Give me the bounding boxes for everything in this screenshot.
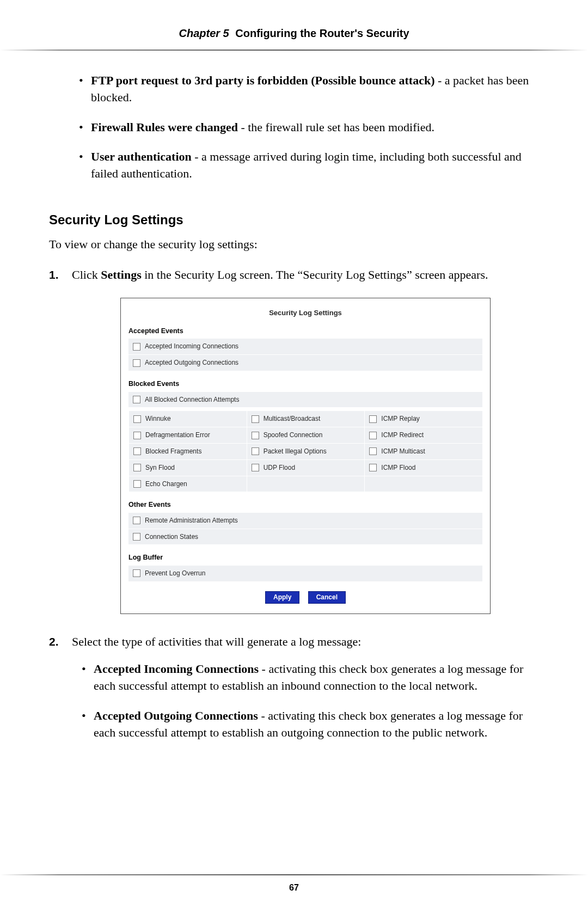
- step-2: Select the type of activities that will …: [49, 634, 539, 741]
- option-label: Blocked Fragments: [145, 447, 201, 456]
- checkbox-icon[interactable]: [133, 432, 141, 439]
- option-label: Remote Administration Attempts: [145, 516, 238, 525]
- footer-divider: [0, 874, 588, 875]
- security-log-settings-screenshot: Security Log Settings Accepted Events Ac…: [120, 298, 491, 614]
- checkbox-icon[interactable]: [369, 464, 377, 471]
- event-description-list: FTP port request to 3rd party is forbidd…: [79, 72, 539, 182]
- option-label: Accepted Incoming Connections: [145, 342, 238, 351]
- option-label: ICMP Replay: [381, 414, 419, 424]
- list-item: User authentication - a message arrived …: [79, 149, 539, 182]
- section-intro: To view or change the security log setti…: [49, 237, 539, 251]
- section-heading: Security Log Settings: [49, 212, 539, 228]
- blocked-grid: Winnuke Multicast/Broadcast ICMP Replay …: [128, 410, 482, 492]
- option-label: Accepted Outgoing Connections: [145, 358, 238, 367]
- option-row: Connection States: [128, 529, 482, 545]
- list-item: Firewall Rules were changed - the firewa…: [79, 119, 539, 136]
- option-row: ICMP Flood: [364, 459, 482, 476]
- page-number: 67: [0, 883, 588, 893]
- option-label: Winnuke: [145, 414, 171, 424]
- checkbox-icon[interactable]: [133, 569, 140, 577]
- option-row: Winnuke: [128, 410, 247, 427]
- list-item: FTP port request to 3rd party is forbidd…: [79, 72, 539, 106]
- option-label: ICMP Flood: [381, 463, 415, 473]
- item-bold: Accepted Incoming Connections: [94, 662, 259, 676]
- item-rest: - the firewall rule set has been modifie…: [238, 120, 434, 134]
- option-row: ICMP Redirect: [364, 427, 482, 443]
- other-events-heading: Other Events: [128, 500, 482, 510]
- option-row: ICMP Multicast: [364, 443, 482, 459]
- option-label: All Blocked Connection Attempts: [145, 395, 239, 404]
- option-row: Remote Administration Attempts: [128, 512, 482, 529]
- item-bold: Firewall Rules were changed: [91, 120, 238, 134]
- option-label: Packet Illegal Options: [264, 447, 327, 456]
- option-label: Multicast/Broadcast: [264, 414, 321, 424]
- chapter-number: Chapter 5: [179, 27, 229, 39]
- checkbox-icon[interactable]: [369, 432, 377, 439]
- chapter-header: Chapter 5 Configuring the Router's Secur…: [49, 27, 539, 40]
- item-bold: FTP port request to 3rd party is forbidd…: [91, 73, 434, 87]
- checkbox-icon[interactable]: [252, 415, 259, 423]
- option-row: UDP Flood: [247, 459, 365, 476]
- list-item: Accepted Outgoing Connections - activati…: [82, 708, 539, 741]
- apply-button[interactable]: Apply: [265, 591, 299, 604]
- option-row: Echo Chargen: [128, 476, 247, 492]
- option-row: Accepted Outgoing Connections: [128, 354, 482, 371]
- option-label: Connection States: [145, 532, 198, 542]
- option-label: Spoofed Connection: [264, 431, 323, 440]
- option-row: Prevent Log Overrun: [128, 565, 482, 581]
- blocked-events-heading: Blocked Events: [128, 379, 482, 389]
- checkbox-icon[interactable]: [133, 447, 141, 455]
- option-row: Packet Illegal Options: [247, 443, 365, 459]
- step2-text: Select the type of activities that will …: [72, 635, 361, 648]
- option-label: ICMP Redirect: [381, 431, 424, 440]
- cancel-button[interactable]: Cancel: [308, 591, 346, 604]
- option-row-empty: [247, 476, 365, 492]
- checkbox-icon[interactable]: [252, 464, 259, 471]
- item-bold: Accepted Outgoing Connections: [94, 709, 258, 722]
- checkbox-icon[interactable]: [133, 415, 141, 423]
- checkbox-icon[interactable]: [369, 447, 377, 455]
- checkbox-icon[interactable]: [252, 432, 259, 439]
- list-item: Accepted Incoming Connections - activati…: [82, 661, 539, 695]
- checkbox-icon[interactable]: [133, 464, 141, 471]
- checkbox-icon[interactable]: [133, 517, 140, 524]
- option-label: UDP Flood: [264, 463, 295, 473]
- checkbox-icon[interactable]: [133, 480, 141, 488]
- option-label: Defragmentation Error: [145, 431, 210, 440]
- checkbox-icon[interactable]: [133, 533, 140, 541]
- option-row: Blocked Fragments: [128, 443, 247, 459]
- step1-post: in the Security Log screen. The “Securit…: [142, 268, 488, 281]
- checkbox-icon[interactable]: [133, 396, 140, 403]
- steps-list: Click Settings in the Security Log scree…: [49, 267, 539, 741]
- option-label: Echo Chargen: [145, 480, 187, 489]
- option-label: ICMP Multicast: [381, 447, 425, 456]
- step2-sublist: Accepted Incoming Connections - activati…: [82, 661, 539, 741]
- item-bold: User authentication: [91, 150, 192, 163]
- log-buffer-heading: Log Buffer: [128, 553, 482, 563]
- step1-bold: Settings: [101, 268, 142, 281]
- option-row: Multicast/Broadcast: [247, 410, 365, 427]
- option-row: Accepted Incoming Connections: [128, 338, 482, 354]
- step1-pre: Click: [72, 268, 101, 281]
- option-row-empty: [364, 476, 482, 492]
- checkbox-icon[interactable]: [133, 359, 140, 367]
- accepted-events-heading: Accepted Events: [128, 327, 482, 336]
- option-label: Prevent Log Overrun: [145, 569, 205, 578]
- option-row: Syn Flood: [128, 459, 247, 476]
- checkbox-icon[interactable]: [133, 343, 140, 351]
- header-divider: [0, 50, 588, 51]
- option-row: Defragmentation Error: [128, 427, 247, 443]
- checkbox-icon[interactable]: [252, 447, 259, 455]
- option-row: All Blocked Connection Attempts: [128, 391, 482, 408]
- chapter-title: Configuring the Router's Security: [235, 27, 409, 39]
- step-1: Click Settings in the Security Log scree…: [49, 267, 539, 614]
- option-row: ICMP Replay: [364, 410, 482, 427]
- checkbox-icon[interactable]: [369, 415, 377, 423]
- option-row: Spoofed Connection: [247, 427, 365, 443]
- panel-title: Security Log Settings: [128, 308, 482, 318]
- option-label: Syn Flood: [145, 463, 175, 473]
